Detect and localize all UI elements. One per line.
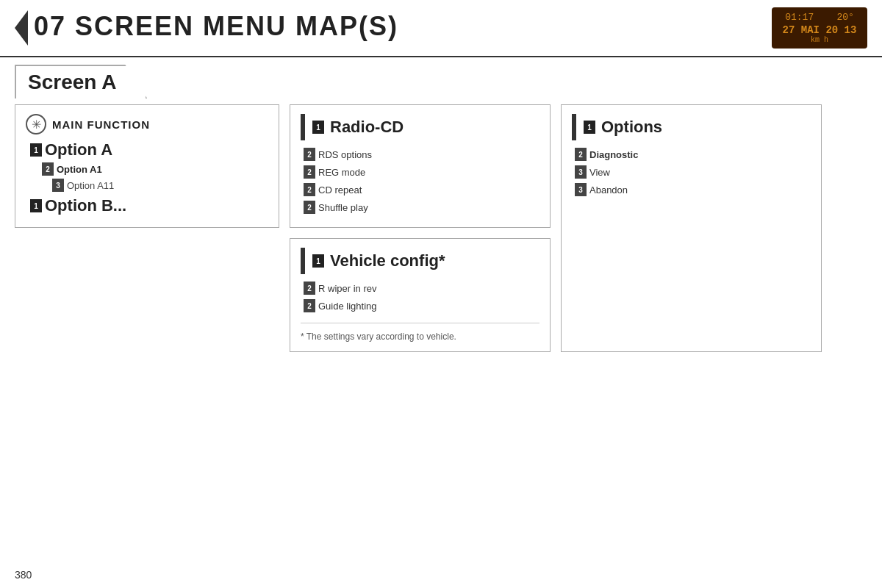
- badge-options-1: 1: [584, 121, 595, 134]
- main-content: ✳ MAIN FUNCTION 1 Option A 2 Option A1 3…: [0, 101, 882, 359]
- list-item: 2 CD repeat: [304, 183, 539, 196]
- cd-repeat-label: CD repeat: [318, 184, 362, 196]
- clock-date: 27 MAI 20 13: [782, 24, 857, 36]
- badge-radio-1: 1: [312, 121, 324, 134]
- list-item: 2 Shuffle play: [304, 201, 539, 214]
- badge-abandon: 3: [575, 183, 587, 196]
- badge-guide: 2: [304, 299, 315, 312]
- rds-options-label: RDS options: [318, 149, 372, 160]
- guide-lighting-label: Guide lighting: [318, 301, 377, 312]
- list-item: 2 Guide lighting: [304, 299, 539, 312]
- view-label: View: [589, 167, 610, 178]
- list-item: 2 RDS options: [304, 148, 539, 161]
- option-a11-label: Option A11: [67, 180, 114, 191]
- list-item: 3 Option A11: [52, 179, 268, 192]
- badge-3a: 3: [52, 179, 64, 192]
- main-function-header: ✳ MAIN FUNCTION: [26, 114, 268, 135]
- screen-a-container: Screen A: [0, 57, 882, 101]
- list-item: 2 Diagnostic: [575, 148, 811, 161]
- option-a-label: Option A: [45, 140, 112, 159]
- clock-sub: km h: [782, 36, 857, 44]
- list-item: 3 Abandon: [575, 183, 811, 196]
- main-function-title: MAIN FUNCTION: [52, 118, 150, 131]
- vehicle-config-card: 1 Vehicle config* 2 R wiper in rev 2 Gui…: [290, 238, 551, 352]
- badge-wiper: 2: [304, 282, 315, 295]
- badge-1b: 1: [30, 199, 42, 212]
- list-item: 2 Option A1: [42, 162, 268, 176]
- vehicle-footnote: * The settings vary according to vehicle…: [301, 326, 456, 342]
- right-column: 1 Options 2 Diagnostic 3 View 3 Abandon: [561, 104, 822, 352]
- radio-cd-title-row: 1 Radio-CD: [301, 114, 539, 140]
- options-title-row: 1 Options: [572, 114, 811, 140]
- left-bar-vehicle: [301, 248, 305, 274]
- clock-display: 01:17 20° 27 MAI 20 13 km h: [772, 7, 867, 49]
- vehicle-config-title: Vehicle config*: [330, 251, 445, 270]
- options-card: 1 Options 2 Diagnostic 3 View 3 Abandon: [561, 104, 822, 352]
- badge-reg: 2: [304, 165, 315, 179]
- list-item: 1 Option B...: [30, 196, 268, 215]
- reg-mode-label: REG mode: [318, 167, 365, 178]
- badge-view: 3: [575, 165, 587, 179]
- radio-cd-card: 1 Radio-CD 2 RDS options 2 REG mode 2 CD…: [290, 104, 551, 228]
- option-a1-label: Option A1: [57, 164, 102, 175]
- gear-icon: ✳: [26, 114, 46, 135]
- middle-column: 1 Radio-CD 2 RDS options 2 REG mode 2 CD…: [290, 104, 551, 352]
- shuffle-play-label: Shuffle play: [318, 202, 368, 213]
- badge-cd-repeat: 2: [304, 183, 315, 196]
- options-title: Options: [601, 118, 662, 137]
- page-title: 07 SCREEN MENU MAP(S): [15, 10, 398, 46]
- main-function-card: ✳ MAIN FUNCTION 1 Option A 2 Option A1 3…: [15, 104, 279, 228]
- vehicle-title-row: 1 Vehicle config*: [301, 248, 539, 274]
- badge-diag: 2: [575, 148, 587, 161]
- wiper-label: R wiper in rev: [318, 283, 376, 294]
- list-item: 3 View: [575, 165, 811, 179]
- badge-2a: 2: [42, 162, 54, 176]
- badge-vehicle-1: 1: [312, 254, 324, 268]
- clock-time: 01:17 20°: [782, 12, 857, 23]
- list-item: 1 Option A: [30, 140, 268, 159]
- badge-shuffle: 2: [304, 201, 315, 214]
- option-b-label: Option B...: [45, 196, 126, 215]
- diagnostic-label: Diagnostic: [589, 149, 638, 160]
- radio-cd-title: Radio-CD: [330, 118, 404, 137]
- badge-rds: 2: [304, 148, 315, 161]
- page-number: 380: [15, 569, 32, 581]
- left-column: ✳ MAIN FUNCTION 1 Option A 2 Option A1 3…: [15, 104, 279, 352]
- left-bar-radio: [301, 114, 305, 140]
- left-bar-options: [572, 114, 576, 140]
- page-header: 07 SCREEN MENU MAP(S) 01:17 20° 27 MAI 2…: [0, 0, 882, 57]
- badge-1a: 1: [30, 143, 42, 157]
- screen-a-label: Screen A: [15, 65, 147, 98]
- list-item: 2 REG mode: [304, 165, 539, 179]
- abandon-label: Abandon: [589, 184, 628, 196]
- list-item: 2 R wiper in rev: [304, 282, 539, 295]
